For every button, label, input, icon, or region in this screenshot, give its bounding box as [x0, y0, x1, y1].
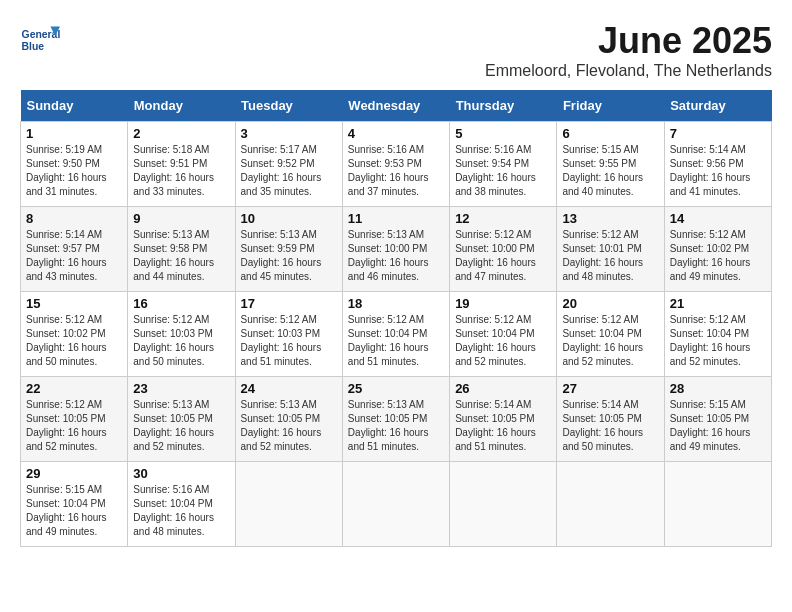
day-number: 6	[562, 126, 658, 141]
day-number: 18	[348, 296, 444, 311]
table-cell: 25Sunrise: 5:13 AM Sunset: 10:05 PM Dayl…	[342, 377, 449, 462]
day-number: 3	[241, 126, 337, 141]
day-info: Sunrise: 5:16 AM Sunset: 9:53 PM Dayligh…	[348, 143, 444, 199]
day-number: 28	[670, 381, 766, 396]
table-cell: 2Sunrise: 5:18 AM Sunset: 9:51 PM Daylig…	[128, 122, 235, 207]
day-number: 25	[348, 381, 444, 396]
day-info: Sunrise: 5:15 AM Sunset: 10:05 PM Daylig…	[670, 398, 766, 454]
day-info: Sunrise: 5:13 AM Sunset: 9:59 PM Dayligh…	[241, 228, 337, 284]
table-cell	[664, 462, 771, 547]
day-number: 13	[562, 211, 658, 226]
logo: General Blue	[20, 20, 60, 60]
table-cell: 1Sunrise: 5:19 AM Sunset: 9:50 PM Daylig…	[21, 122, 128, 207]
calendar-table: Sunday Monday Tuesday Wednesday Thursday…	[20, 90, 772, 547]
header-thursday: Thursday	[450, 90, 557, 122]
header-friday: Friday	[557, 90, 664, 122]
calendar-row: 15Sunrise: 5:12 AM Sunset: 10:02 PM Dayl…	[21, 292, 772, 377]
day-info: Sunrise: 5:12 AM Sunset: 10:02 PM Daylig…	[26, 313, 122, 369]
day-info: Sunrise: 5:14 AM Sunset: 10:05 PM Daylig…	[562, 398, 658, 454]
day-number: 15	[26, 296, 122, 311]
table-cell: 27Sunrise: 5:14 AM Sunset: 10:05 PM Dayl…	[557, 377, 664, 462]
day-number: 11	[348, 211, 444, 226]
day-info: Sunrise: 5:14 AM Sunset: 9:56 PM Dayligh…	[670, 143, 766, 199]
table-cell	[450, 462, 557, 547]
day-info: Sunrise: 5:15 AM Sunset: 10:04 PM Daylig…	[26, 483, 122, 539]
table-cell: 8Sunrise: 5:14 AM Sunset: 9:57 PM Daylig…	[21, 207, 128, 292]
day-number: 23	[133, 381, 229, 396]
header-sunday: Sunday	[21, 90, 128, 122]
calendar-row: 8Sunrise: 5:14 AM Sunset: 9:57 PM Daylig…	[21, 207, 772, 292]
title-section: June 2025 Emmeloord, Flevoland, The Neth…	[485, 20, 772, 80]
day-info: Sunrise: 5:12 AM Sunset: 10:04 PM Daylig…	[562, 313, 658, 369]
page-header: General Blue June 2025 Emmeloord, Flevol…	[20, 20, 772, 80]
table-cell: 23Sunrise: 5:13 AM Sunset: 10:05 PM Dayl…	[128, 377, 235, 462]
table-cell: 9Sunrise: 5:13 AM Sunset: 9:58 PM Daylig…	[128, 207, 235, 292]
header-tuesday: Tuesday	[235, 90, 342, 122]
day-number: 9	[133, 211, 229, 226]
day-info: Sunrise: 5:13 AM Sunset: 10:05 PM Daylig…	[133, 398, 229, 454]
day-number: 19	[455, 296, 551, 311]
day-number: 5	[455, 126, 551, 141]
table-cell: 20Sunrise: 5:12 AM Sunset: 10:04 PM Dayl…	[557, 292, 664, 377]
day-number: 17	[241, 296, 337, 311]
table-cell: 17Sunrise: 5:12 AM Sunset: 10:03 PM Dayl…	[235, 292, 342, 377]
table-cell: 16Sunrise: 5:12 AM Sunset: 10:03 PM Dayl…	[128, 292, 235, 377]
day-info: Sunrise: 5:14 AM Sunset: 9:57 PM Dayligh…	[26, 228, 122, 284]
day-info: Sunrise: 5:19 AM Sunset: 9:50 PM Dayligh…	[26, 143, 122, 199]
table-cell: 24Sunrise: 5:13 AM Sunset: 10:05 PM Dayl…	[235, 377, 342, 462]
header-saturday: Saturday	[664, 90, 771, 122]
table-cell	[235, 462, 342, 547]
table-cell	[342, 462, 449, 547]
day-info: Sunrise: 5:12 AM Sunset: 10:02 PM Daylig…	[670, 228, 766, 284]
table-cell: 30Sunrise: 5:16 AM Sunset: 10:04 PM Dayl…	[128, 462, 235, 547]
day-info: Sunrise: 5:12 AM Sunset: 10:03 PM Daylig…	[241, 313, 337, 369]
day-number: 29	[26, 466, 122, 481]
table-cell: 22Sunrise: 5:12 AM Sunset: 10:05 PM Dayl…	[21, 377, 128, 462]
day-number: 4	[348, 126, 444, 141]
day-number: 12	[455, 211, 551, 226]
table-cell: 14Sunrise: 5:12 AM Sunset: 10:02 PM Dayl…	[664, 207, 771, 292]
table-cell: 10Sunrise: 5:13 AM Sunset: 9:59 PM Dayli…	[235, 207, 342, 292]
day-number: 22	[26, 381, 122, 396]
table-cell: 7Sunrise: 5:14 AM Sunset: 9:56 PM Daylig…	[664, 122, 771, 207]
month-title: June 2025	[485, 20, 772, 62]
table-cell: 28Sunrise: 5:15 AM Sunset: 10:05 PM Dayl…	[664, 377, 771, 462]
day-number: 1	[26, 126, 122, 141]
day-number: 16	[133, 296, 229, 311]
day-number: 7	[670, 126, 766, 141]
day-info: Sunrise: 5:18 AM Sunset: 9:51 PM Dayligh…	[133, 143, 229, 199]
day-number: 30	[133, 466, 229, 481]
day-info: Sunrise: 5:12 AM Sunset: 10:05 PM Daylig…	[26, 398, 122, 454]
table-cell: 11Sunrise: 5:13 AM Sunset: 10:00 PM Dayl…	[342, 207, 449, 292]
day-info: Sunrise: 5:16 AM Sunset: 9:54 PM Dayligh…	[455, 143, 551, 199]
day-info: Sunrise: 5:12 AM Sunset: 10:04 PM Daylig…	[455, 313, 551, 369]
calendar-row: 22Sunrise: 5:12 AM Sunset: 10:05 PM Dayl…	[21, 377, 772, 462]
calendar-row: 29Sunrise: 5:15 AM Sunset: 10:04 PM Dayl…	[21, 462, 772, 547]
day-info: Sunrise: 5:13 AM Sunset: 10:00 PM Daylig…	[348, 228, 444, 284]
table-cell: 21Sunrise: 5:12 AM Sunset: 10:04 PM Dayl…	[664, 292, 771, 377]
day-info: Sunrise: 5:12 AM Sunset: 10:01 PM Daylig…	[562, 228, 658, 284]
table-cell: 19Sunrise: 5:12 AM Sunset: 10:04 PM Dayl…	[450, 292, 557, 377]
header-monday: Monday	[128, 90, 235, 122]
table-cell: 5Sunrise: 5:16 AM Sunset: 9:54 PM Daylig…	[450, 122, 557, 207]
day-number: 20	[562, 296, 658, 311]
day-info: Sunrise: 5:12 AM Sunset: 10:04 PM Daylig…	[348, 313, 444, 369]
day-number: 21	[670, 296, 766, 311]
calendar-row: 1Sunrise: 5:19 AM Sunset: 9:50 PM Daylig…	[21, 122, 772, 207]
logo-icon: General Blue	[20, 20, 60, 60]
table-cell: 6Sunrise: 5:15 AM Sunset: 9:55 PM Daylig…	[557, 122, 664, 207]
table-cell: 13Sunrise: 5:12 AM Sunset: 10:01 PM Dayl…	[557, 207, 664, 292]
table-cell: 15Sunrise: 5:12 AM Sunset: 10:02 PM Dayl…	[21, 292, 128, 377]
day-info: Sunrise: 5:16 AM Sunset: 10:04 PM Daylig…	[133, 483, 229, 539]
table-cell: 26Sunrise: 5:14 AM Sunset: 10:05 PM Dayl…	[450, 377, 557, 462]
day-number: 10	[241, 211, 337, 226]
table-cell: 3Sunrise: 5:17 AM Sunset: 9:52 PM Daylig…	[235, 122, 342, 207]
table-cell: 12Sunrise: 5:12 AM Sunset: 10:00 PM Dayl…	[450, 207, 557, 292]
day-number: 24	[241, 381, 337, 396]
day-info: Sunrise: 5:13 AM Sunset: 10:05 PM Daylig…	[241, 398, 337, 454]
day-number: 26	[455, 381, 551, 396]
table-cell: 29Sunrise: 5:15 AM Sunset: 10:04 PM Dayl…	[21, 462, 128, 547]
location-title: Emmeloord, Flevoland, The Netherlands	[485, 62, 772, 80]
day-number: 27	[562, 381, 658, 396]
day-info: Sunrise: 5:13 AM Sunset: 10:05 PM Daylig…	[348, 398, 444, 454]
